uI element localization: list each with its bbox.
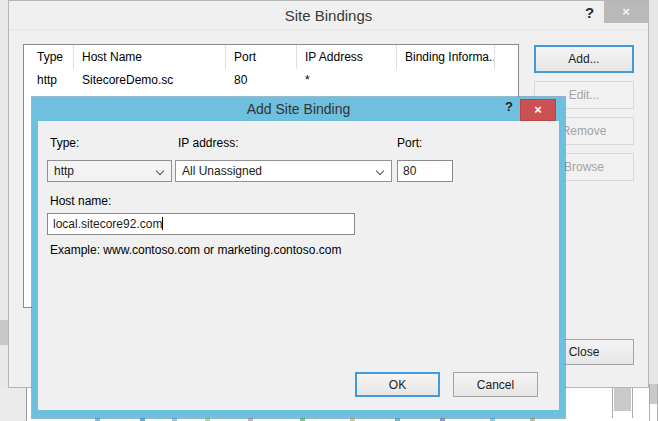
column-header-binding-info[interactable]: Binding Informa...	[397, 45, 495, 69]
close-icon[interactable]: ×	[604, 1, 648, 23]
add-button[interactable]: Add...	[534, 45, 634, 73]
site-bindings-title: Site Bindings	[9, 1, 648, 30]
ip-address-dropdown[interactable]: All Unassigned	[175, 160, 392, 182]
cell-host-name: SitecoreDemo.sc	[74, 69, 226, 91]
cell-type: http	[24, 69, 74, 91]
column-header-ip-address[interactable]: IP Address	[297, 45, 397, 69]
example-hint-text: Example: www.contoso.com or marketing.co…	[50, 243, 341, 257]
column-header-host-name[interactable]: Host Name	[74, 45, 226, 69]
chevron-down-icon	[156, 167, 164, 175]
bindings-table-header: Type Host Name Port IP Address Binding I…	[24, 45, 518, 69]
add-site-binding-title: Add Site Binding	[32, 97, 565, 121]
port-label: Port:	[397, 136, 422, 150]
chevron-down-icon	[376, 167, 384, 175]
host-name-label: Host name:	[50, 194, 111, 208]
cell-spacer	[495, 69, 518, 91]
cell-ip-address: *	[297, 69, 397, 91]
add-site-binding-client-area: Type: http IP address: All Unassigned Po…	[38, 121, 559, 410]
cell-binding-info	[397, 69, 495, 91]
column-header-spacer	[495, 45, 518, 69]
background-scrollbar-bottom-thumb	[614, 388, 631, 411]
port-field[interactable]: 80	[397, 160, 453, 182]
background-scrollbar-right-thumb	[650, 384, 657, 404]
host-name-field-value: local.sitecore92.com	[53, 217, 162, 231]
background-left-strip	[0, 388, 27, 421]
type-dropdown[interactable]: http	[47, 160, 172, 182]
help-icon[interactable]: ?	[585, 4, 594, 21]
type-label: Type:	[50, 136, 79, 150]
cell-port: 80	[226, 69, 297, 91]
text-caret	[162, 217, 163, 230]
ok-button[interactable]: OK	[355, 372, 440, 397]
host-name-field[interactable]: local.sitecore92.com	[47, 213, 355, 235]
ip-address-label: IP address:	[178, 136, 238, 150]
background-scrollbar-fragment-left	[0, 320, 8, 345]
ip-address-dropdown-value: All Unassigned	[182, 164, 262, 178]
close-icon[interactable]: ×	[520, 99, 556, 121]
column-header-port[interactable]: Port	[226, 45, 297, 69]
help-icon[interactable]: ?	[505, 99, 513, 114]
column-header-type[interactable]: Type	[24, 45, 74, 69]
port-field-value: 80	[403, 164, 416, 178]
background-right-strip	[649, 0, 658, 384]
add-site-binding-dialog: Add Site Binding ? × Type: http IP addre…	[32, 97, 565, 418]
table-row[interactable]: http SitecoreDemo.sc 80 *	[24, 69, 518, 91]
cancel-button[interactable]: Cancel	[453, 372, 538, 397]
type-dropdown-value: http	[54, 164, 74, 178]
